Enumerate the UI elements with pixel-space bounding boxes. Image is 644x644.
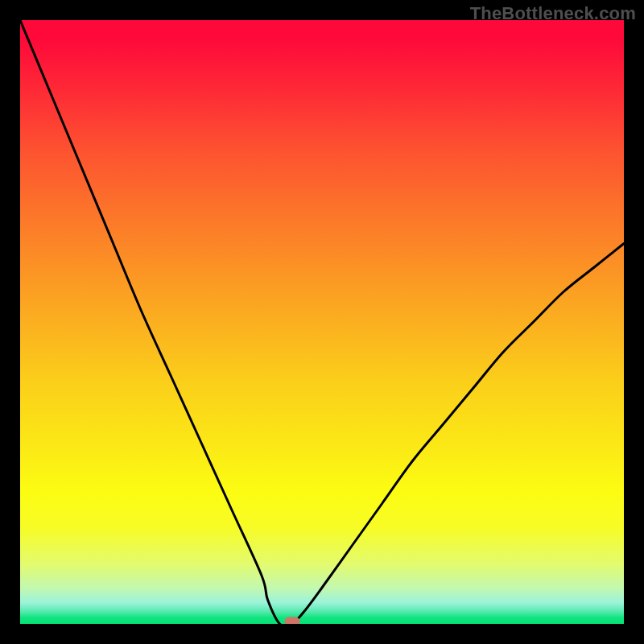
bottleneck-curve xyxy=(20,20,624,624)
optimal-marker-icon xyxy=(284,617,299,625)
chart-frame: TheBottleneck.com xyxy=(0,0,644,644)
watermark-text: TheBottleneck.com xyxy=(470,3,636,24)
plot-area xyxy=(20,20,624,624)
